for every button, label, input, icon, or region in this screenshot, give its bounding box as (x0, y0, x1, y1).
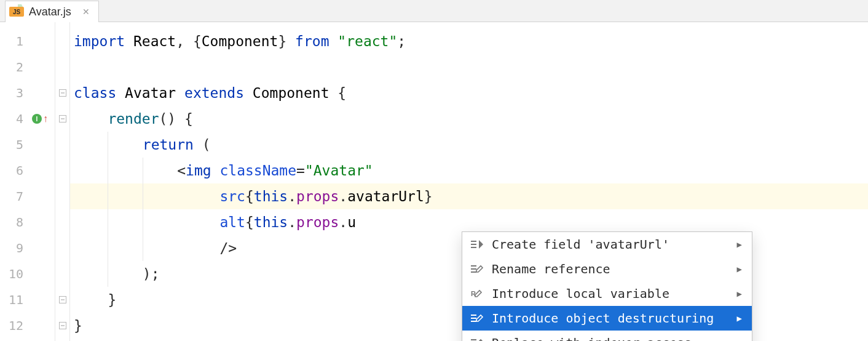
line-number: 5 (0, 132, 30, 158)
submenu-arrow-icon: ▶ (737, 313, 742, 323)
intention-item-create-field[interactable]: Create field 'avatarUrl' ▶ (462, 232, 752, 257)
submenu-arrow-icon: ▶ (737, 264, 742, 274)
intention-label: Introduce local variable (492, 286, 730, 301)
intention-item-rename-reference[interactable]: Rename reference ▶ (462, 257, 752, 281)
intention-icon (470, 238, 484, 251)
code-line[interactable] (70, 54, 868, 80)
fold-gutter (55, 22, 70, 341)
line-number: 1 (0, 28, 30, 54)
line-number: 11 (0, 287, 30, 313)
line-number: 12 (0, 313, 30, 339)
submenu-arrow-icon: ▶ (737, 289, 742, 299)
line-number: 8 (0, 209, 30, 235)
intention-icon (470, 337, 484, 341)
submenu-arrow-icon: ▶ (737, 239, 742, 249)
intention-label: Introduce object destructuring (492, 311, 730, 326)
intention-icon (470, 263, 484, 275)
code-editor[interactable]: 1 2 3 4 5 6 7 8 9 10 11 12 I↑ (0, 22, 868, 341)
implements-gutter-icon[interactable]: I↑ (30, 106, 55, 132)
code-line[interactable]: import React, {Component} from "react"; (70, 28, 868, 54)
line-number: 2 (0, 54, 30, 80)
code-line[interactable]: class Avatar extends Component { (70, 80, 868, 106)
intention-icon (470, 312, 484, 324)
editor-tab-bar: JS Avatar.js ✕ (0, 0, 868, 22)
close-icon[interactable]: ✕ (82, 7, 90, 17)
line-number: 7 (0, 183, 30, 209)
submenu-arrow-icon: ▶ (737, 338, 742, 341)
fold-toggle-icon[interactable] (55, 80, 69, 106)
intention-label: Replace with indexer access (492, 335, 730, 341)
intention-label: Create field 'avatarUrl' (492, 237, 730, 252)
line-number: 4 (0, 106, 30, 132)
fold-toggle-icon[interactable] (55, 106, 69, 132)
tab-filename: Avatar.js (29, 6, 71, 18)
code-line[interactable]: <img className="Avatar" (70, 158, 868, 183)
line-number: 6 (0, 158, 30, 183)
line-number: 9 (0, 235, 30, 261)
editor-tab[interactable]: JS Avatar.js ✕ (5, 1, 99, 22)
intention-item-introduce-object-destructuring[interactable]: Introduce object destructuring ▶ (462, 306, 752, 331)
marker-gutter: I↑ (30, 22, 55, 341)
intention-item-introduce-local-variable[interactable]: R Introduce local variable ▶ (462, 281, 752, 306)
js-file-icon: JS (9, 4, 24, 19)
line-number: 3 (0, 80, 30, 106)
code-line[interactable]: src{this.props.avatarUrl} (70, 183, 868, 209)
intention-item-replace-with-indexer[interactable]: Replace with indexer access ▶ (462, 331, 752, 341)
intention-actions-popup: Create field 'avatarUrl' ▶ Rename refere… (462, 231, 752, 341)
fold-end-icon[interactable] (55, 287, 69, 313)
fold-end-icon[interactable] (55, 313, 69, 339)
svg-text:JS: JS (13, 9, 21, 15)
code-line[interactable]: render() { (70, 106, 868, 132)
line-number-gutter: 1 2 3 4 5 6 7 8 9 10 11 12 (0, 22, 30, 341)
code-line[interactable]: return ( (70, 132, 868, 158)
refactor-icon: R (470, 287, 484, 300)
code-area[interactable]: import React, {Component} from "react"; … (70, 22, 868, 341)
intention-label: Rename reference (492, 262, 730, 276)
line-number: 10 (0, 261, 30, 287)
